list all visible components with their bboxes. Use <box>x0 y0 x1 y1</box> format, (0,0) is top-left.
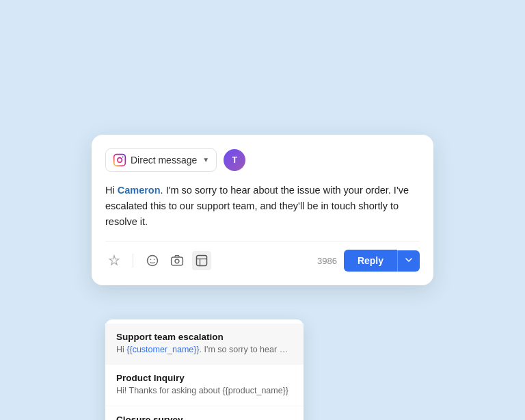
channel-label: Direct message <box>131 155 197 166</box>
svg-rect-0 <box>114 154 126 166</box>
svg-point-2 <box>122 156 124 157</box>
customer-name: Cameron <box>118 185 161 196</box>
char-count: 3986 <box>317 256 337 266</box>
header-row: Direct message ▼ T <box>105 148 420 172</box>
dropdown-chevron-icon <box>405 256 413 264</box>
template-item[interactable]: Product Inquiry Hi! Thanks for asking ab… <box>105 365 304 406</box>
channel-selector[interactable]: Direct message ▼ <box>105 148 217 172</box>
toolbar: 3986 Reply <box>105 241 420 272</box>
camera-icon <box>170 254 184 267</box>
template-title: Product Inquiry <box>116 373 293 383</box>
svg-point-5 <box>154 259 155 261</box>
message-body: Hi Cameron. I'm so sorry to hear about t… <box>105 183 420 231</box>
divider <box>133 254 133 267</box>
template-preview: Hi {{customer_name}}. I'm so sorry to he… <box>116 344 293 356</box>
svg-point-1 <box>118 157 122 162</box>
template-item[interactable]: Closure survey Let me know if you need a… <box>105 406 304 420</box>
template-preview: Hi! Thanks for asking about {{product_na… <box>116 385 293 397</box>
instagram-icon <box>113 153 126 167</box>
template-title: Support team escalation <box>116 332 293 342</box>
svg-point-4 <box>150 259 152 261</box>
sparkle-button[interactable] <box>105 252 123 270</box>
reply-btn-group: Reply <box>344 250 420 272</box>
sparkle-icon <box>108 254 120 267</box>
svg-rect-6 <box>172 257 183 265</box>
svg-rect-8 <box>197 256 207 266</box>
template-button[interactable] <box>192 251 211 270</box>
template-title: Closure survey <box>116 415 293 420</box>
reply-dropdown-button[interactable] <box>397 250 420 272</box>
template-icon <box>195 254 208 267</box>
svg-point-3 <box>148 256 158 266</box>
reply-button[interactable]: Reply <box>344 250 397 272</box>
templates-dropdown: Support team escalation Hi {{customer_na… <box>105 319 304 420</box>
message-greeting: Hi <box>105 185 118 196</box>
media-button[interactable] <box>167 251 187 270</box>
main-card: Direct message ▼ T Hi Cameron. I'm so so… <box>92 135 433 286</box>
template-item[interactable]: Support team escalation Hi {{customer_na… <box>105 324 304 365</box>
svg-point-7 <box>175 259 179 263</box>
emoji-button[interactable] <box>143 251 162 270</box>
template-var: {{customer_name}} <box>126 345 199 354</box>
toolbar-icons <box>105 251 317 270</box>
emoji-icon <box>146 254 159 267</box>
avatar: T <box>224 149 245 171</box>
chevron-down-icon: ▼ <box>202 156 209 163</box>
